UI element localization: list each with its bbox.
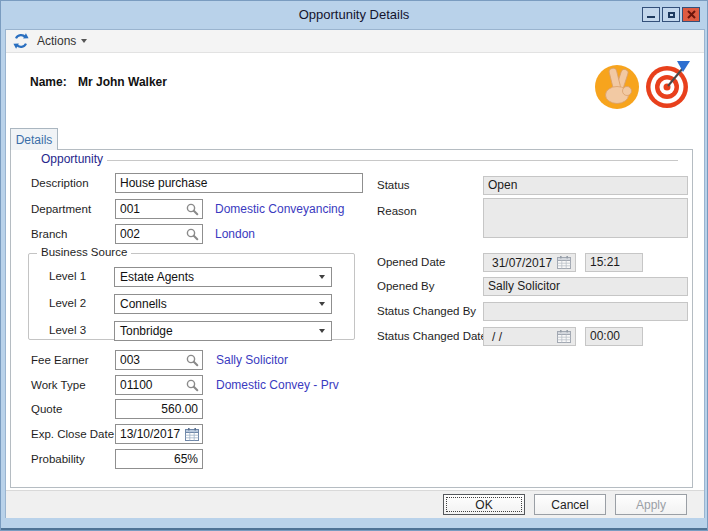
work-type-name: Domestic Convey - Prv xyxy=(216,378,339,392)
window-title: Opportunity Details xyxy=(1,7,707,22)
window-controls xyxy=(642,7,700,22)
opened-date-field: 31/07/2017 xyxy=(483,253,576,272)
maximize-icon xyxy=(668,12,675,18)
level2-label: Level 2 xyxy=(49,297,86,309)
work-type-code-input[interactable] xyxy=(116,378,186,392)
department-code-input[interactable] xyxy=(116,202,186,216)
fee-earner-lookup[interactable] xyxy=(115,350,203,370)
quote-input[interactable] xyxy=(115,399,203,419)
level1-value: Estate Agents xyxy=(120,270,194,284)
exp-close-date-input[interactable] xyxy=(115,424,203,444)
cancel-button[interactable]: Cancel xyxy=(534,494,606,515)
name-value: Mr John Walker xyxy=(78,75,167,89)
work-type-lookup[interactable] xyxy=(115,375,203,395)
magnifier-icon[interactable] xyxy=(186,379,199,392)
close-icon xyxy=(687,10,696,19)
probability-label: Probability xyxy=(31,453,85,465)
branch-label: Branch xyxy=(31,228,67,240)
level3-combo[interactable]: Tonbridge xyxy=(114,321,332,341)
branch-lookup[interactable] xyxy=(115,224,203,244)
opened-time-field: 15:21 xyxy=(585,253,643,272)
status-label: Status xyxy=(377,179,410,191)
opportunity-group-line xyxy=(106,160,678,161)
opened-by-field: Sally Solicitor xyxy=(483,277,688,296)
department-name: Domestic Conveyancing xyxy=(215,202,344,216)
business-source-group: Business Source Level 1 Estate Agents Le… xyxy=(28,253,355,340)
description-input[interactable] xyxy=(115,173,363,193)
status-changed-date-label: Status Changed Date xyxy=(377,330,487,342)
opportunity-details-window: Opportunity Details Actions xyxy=(0,0,708,531)
work-type-label: Work Type xyxy=(31,379,86,391)
fee-earner-name: Sally Solicitor xyxy=(216,353,288,367)
opportunity-group-label: Opportunity xyxy=(41,152,107,166)
dialog-content: Actions Name: Mr John Walker xyxy=(5,29,705,518)
actions-menu[interactable]: Actions xyxy=(29,34,87,48)
reason-field xyxy=(483,198,688,238)
level2-value: Connells xyxy=(120,297,167,311)
name-label: Name: xyxy=(30,75,67,89)
status-changed-date-value: / / xyxy=(484,330,557,344)
minimize-icon xyxy=(647,16,655,18)
chevron-down-icon xyxy=(319,275,325,279)
level3-value: Tonbridge xyxy=(120,324,173,338)
calendar-icon xyxy=(557,256,571,269)
status-changed-date-field: / / xyxy=(483,327,576,346)
exp-close-date-label: Exp. Close Date xyxy=(31,428,114,440)
chevron-down-icon xyxy=(319,329,325,333)
level1-combo[interactable]: Estate Agents xyxy=(114,267,332,287)
status-changed-by-field xyxy=(483,302,688,321)
status-field: Open xyxy=(483,176,688,195)
close-button[interactable] xyxy=(682,7,700,22)
branch-name: London xyxy=(215,227,255,241)
level1-label: Level 1 xyxy=(49,270,86,282)
chevron-down-icon xyxy=(81,39,87,43)
opened-date-value: 31/07/2017 xyxy=(484,256,557,270)
department-label: Department xyxy=(31,203,91,215)
window-bottom-edge xyxy=(1,528,707,530)
status-changed-time-field: 00:00 xyxy=(585,327,643,346)
apply-button[interactable]: Apply xyxy=(615,494,687,515)
reason-label: Reason xyxy=(377,205,417,217)
description-label: Description xyxy=(31,177,89,189)
department-lookup[interactable] xyxy=(115,199,203,219)
level3-label: Level 3 xyxy=(49,324,86,336)
fee-earner-code-input[interactable] xyxy=(116,353,186,367)
level2-combo[interactable]: Connells xyxy=(114,294,332,314)
footer-bar: OK Cancel Apply xyxy=(6,490,704,518)
titlebar[interactable]: Opportunity Details xyxy=(1,1,707,29)
opened-by-label: Opened By xyxy=(377,280,435,292)
calendar-icon xyxy=(557,330,571,343)
chevron-down-icon xyxy=(319,302,325,306)
magnifier-icon[interactable] xyxy=(186,354,199,367)
sync-icon xyxy=(13,33,29,49)
branch-code-input[interactable] xyxy=(116,227,186,241)
tab-details[interactable]: Details xyxy=(10,128,58,150)
actions-menu-label: Actions xyxy=(37,34,76,48)
fee-earner-label: Fee Earner xyxy=(31,354,89,366)
toolbar: Actions xyxy=(6,30,704,53)
magnifier-icon[interactable] xyxy=(186,228,199,241)
maximize-button[interactable] xyxy=(662,7,680,22)
tab-details-label: Details xyxy=(16,133,53,147)
quote-label: Quote xyxy=(31,403,62,415)
status-changed-by-label: Status Changed By xyxy=(377,305,476,317)
calendar-icon[interactable] xyxy=(185,428,199,441)
minimize-button[interactable] xyxy=(642,7,660,22)
crossed-fingers-icon xyxy=(594,64,640,114)
exp-close-date-value[interactable] xyxy=(116,427,185,441)
ok-button[interactable]: OK xyxy=(443,494,525,515)
sync-toolbar-button[interactable] xyxy=(13,33,29,49)
dartboard-icon xyxy=(642,60,692,114)
magnifier-icon[interactable] xyxy=(186,203,199,216)
probability-input[interactable] xyxy=(115,449,203,469)
details-panel: Opportunity Description Department Domes… xyxy=(10,149,693,488)
opened-date-label: Opened Date xyxy=(377,256,445,268)
business-source-group-label: Business Source xyxy=(37,246,131,258)
